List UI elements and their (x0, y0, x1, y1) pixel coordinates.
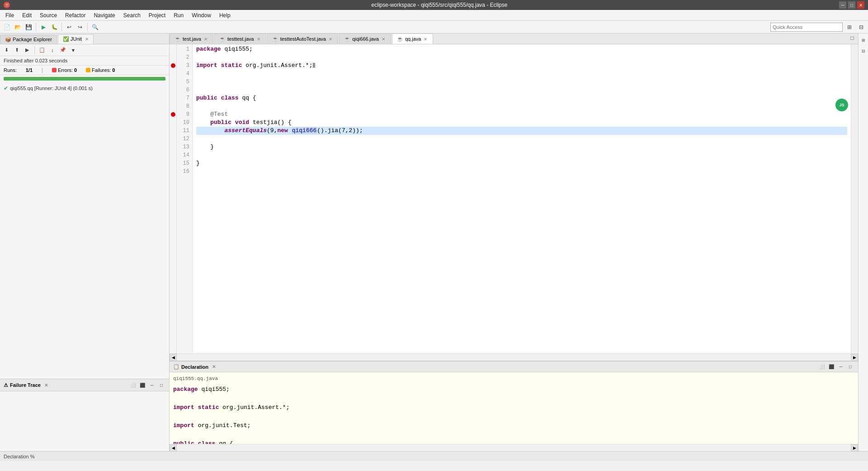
ft-btn-2[interactable]: ⬛ (138, 381, 146, 389)
code-line-6 (196, 86, 847, 94)
menu-help[interactable]: Help (216, 11, 234, 19)
minimize-button[interactable]: ─ (839, 1, 846, 9)
hscroll-right[interactable]: ▶ (851, 354, 858, 361)
perspective-button[interactable]: ⊞ (844, 22, 854, 32)
quick-access-input[interactable] (770, 23, 843, 32)
test-pass-icon: ✔ (4, 85, 8, 91)
decl-line-5: import org.junit.Test; (173, 421, 854, 430)
menu-window[interactable]: Window (188, 11, 215, 19)
close-qq[interactable]: ✕ (423, 36, 428, 42)
junit-view-menu[interactable]: ▼ (69, 46, 78, 55)
decl-hscroll[interactable]: ◀ ▶ (170, 444, 858, 451)
ln-15: 15 (179, 159, 189, 167)
hscroll-left[interactable]: ◀ (170, 354, 177, 361)
failure-trace-close[interactable]: ✕ (44, 383, 48, 388)
ln-14: 14 (179, 151, 189, 159)
close-testtestAutoTest[interactable]: ✕ (328, 36, 333, 42)
decl-btn-1[interactable]: ⬜ (818, 363, 826, 371)
sidebar-btn-1[interactable]: ⊞ (859, 35, 868, 45)
gutter-7 (170, 94, 176, 102)
maximize-editor[interactable]: □ (847, 33, 857, 43)
run-button[interactable]: ▶ (38, 22, 48, 32)
menu-navigate[interactable]: Navigate (90, 11, 118, 19)
tab-close-junit[interactable]: ✕ (85, 37, 89, 42)
junit-stats: Runs: 1/1 | Errors: 0 Failures: 0 (0, 66, 169, 75)
menu-refactor[interactable]: Refactor (61, 11, 89, 19)
right-sidebar: ⊞ ⊟ (858, 33, 868, 451)
decl-line-7: public class qq { (173, 439, 854, 444)
toolbar-sep-3 (87, 23, 88, 31)
declaration-close[interactable]: ✕ (212, 364, 216, 369)
close-testtest-java[interactable]: ✕ (256, 36, 261, 42)
junit-test-item[interactable]: ✔ qiqi555.qq [Runner: JUnit 4] (0.001 s) (2, 84, 167, 92)
code-line-9: @Test (196, 110, 847, 119)
junit-tree: ✔ qiqi555.qq [Runner: JUnit 4] (0.001 s) (0, 82, 169, 379)
junit-rerun[interactable]: ▶ (23, 46, 32, 55)
search-btn[interactable]: 🔍 (90, 22, 100, 32)
debug-button[interactable]: 🐛 (49, 22, 59, 32)
gutter-12 (170, 135, 176, 143)
new-button[interactable]: 📄 (2, 22, 12, 32)
close-qiqi666[interactable]: ✕ (381, 36, 386, 42)
decl-btn-2[interactable]: ⬛ (827, 363, 835, 371)
decl-line-2 (173, 394, 854, 403)
ln-1: 1 (179, 45, 189, 53)
menu-project[interactable]: Project (145, 11, 169, 19)
gutter-4 (170, 70, 176, 78)
gutter-marker-3 (171, 63, 175, 68)
junit-history[interactable]: 📋 (38, 46, 47, 55)
tab-qq-java[interactable]: ☕ qq.java ✕ (392, 33, 433, 44)
ln-9: 9 (179, 110, 189, 119)
java-icon-1: ☕ (175, 36, 181, 42)
gutter-2 (170, 53, 176, 62)
tab-package-explorer[interactable]: 📦 Package Explorer (0, 35, 57, 44)
close-test-java[interactable]: ✕ (203, 36, 208, 42)
menu-run[interactable]: Run (170, 11, 187, 19)
decl-hscroll-right[interactable]: ▶ (851, 444, 858, 452)
menu-file[interactable]: File (2, 11, 18, 19)
junit-pin[interactable]: 📌 (58, 46, 67, 55)
decl-hscroll-left[interactable]: ◀ (170, 444, 177, 452)
window-title: eclipse-workspace - qiqi555/src/qiqi555/… (40, 2, 839, 8)
tab-testtestAutoTest-java[interactable]: ☕ testtestAutoTest.java ✕ (267, 33, 339, 44)
ln-5: 5 (179, 78, 189, 86)
restore-button[interactable]: □ (848, 1, 855, 9)
sidebar-btn-2[interactable]: ⊟ (859, 46, 868, 56)
decl-hscroll-track[interactable] (177, 444, 851, 452)
tab-qiqi666-java[interactable]: ☕ qiqi666.java ✕ (339, 33, 391, 44)
menu-source[interactable]: Source (36, 11, 61, 19)
code-editor[interactable]: 1 2 3 4 5 6 7 8 9 10 11 12 13 (170, 44, 858, 353)
save-button[interactable]: 💾 (24, 22, 33, 32)
tab-testtest-java[interactable]: ☕ testtest.java ✕ (214, 33, 266, 44)
code-line-16 (196, 167, 847, 176)
code-line-1: package qiqi555; (196, 45, 847, 53)
decl-maximize[interactable]: □ (846, 363, 854, 371)
tb-btn-3[interactable]: ↩ (64, 22, 74, 32)
junit-prev-failure[interactable]: ⬆ (12, 46, 21, 55)
tb-btn-4[interactable]: ↪ (75, 22, 85, 32)
errors-value: 0 (74, 67, 77, 73)
menu-edit[interactable]: Edit (19, 11, 35, 19)
window-icon: ☰ (4, 2, 10, 8)
view-button[interactable]: ⊟ (856, 22, 866, 32)
junit-test-label: qiqi555.qq [Runner: JUnit 4] (0.001 s) (10, 86, 93, 91)
hscroll-track[interactable] (177, 354, 851, 361)
decl-minimize[interactable]: ─ (837, 363, 845, 371)
left-panel-tabs: 📦 Package Explorer ✅ JUnit ✕ (0, 33, 169, 44)
ln-12: 12 (179, 135, 189, 143)
tab-junit[interactable]: ✅ JUnit ✕ (58, 34, 94, 44)
editor-vscroll[interactable] (851, 44, 858, 353)
ft-btn-maximize[interactable]: □ (157, 381, 165, 389)
ft-btn-1[interactable]: ⬜ (129, 381, 137, 389)
code-line-13: } (196, 143, 847, 151)
junit-scroll[interactable]: ↕ (48, 46, 57, 55)
menu-search[interactable]: Search (120, 11, 144, 19)
open-button[interactable]: 📂 (13, 22, 23, 32)
close-button[interactable]: ✕ (857, 1, 864, 9)
content-area: 📦 Package Explorer ✅ JUnit ✕ ⬇ ⬆ ▶ 📋 ↕ 📌 (0, 33, 868, 451)
declaration-header: 📋 Declaration ✕ ⬜ ⬛ ─ □ (170, 362, 858, 372)
ft-btn-minimize[interactable]: ─ (148, 381, 156, 389)
tab-test-java[interactable]: ☕ test.java ✕ (170, 33, 213, 44)
editor-hscroll[interactable]: ◀ ▶ (170, 353, 858, 361)
junit-next-failure[interactable]: ⬇ (2, 46, 11, 55)
